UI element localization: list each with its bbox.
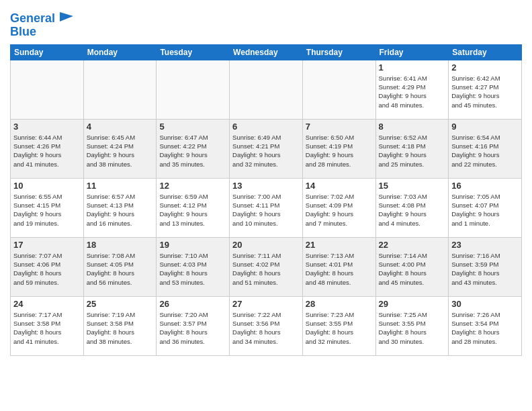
logo-text: General <box>10 12 55 26</box>
day-number: 8 <box>379 122 446 132</box>
day-number: 22 <box>379 240 446 250</box>
calendar-cell: 26Sunrise: 7:20 AM Sunset: 3:57 PM Dayli… <box>157 296 230 355</box>
calendar-cell: 9Sunrise: 6:54 AM Sunset: 4:16 PM Daylig… <box>449 119 522 178</box>
day-number: 20 <box>232 240 300 250</box>
calendar-header-row: SundayMondayTuesdayWednesdayThursdayFrid… <box>11 44 522 60</box>
calendar-cell: 2Sunrise: 6:42 AM Sunset: 4:27 PM Daylig… <box>449 60 522 119</box>
calendar-week-3: 10Sunrise: 6:55 AM Sunset: 4:15 PM Dayli… <box>11 178 522 237</box>
calendar-cell: 21Sunrise: 7:13 AM Sunset: 4:01 PM Dayli… <box>302 237 375 296</box>
day-number: 3 <box>13 122 81 132</box>
weekday-header-thursday: Thursday <box>302 44 375 60</box>
day-number: 24 <box>13 299 81 309</box>
day-info: Sunrise: 6:47 AM Sunset: 4:22 PM Dayligh… <box>159 133 226 169</box>
calendar-cell: 3Sunrise: 6:44 AM Sunset: 4:26 PM Daylig… <box>11 119 84 178</box>
calendar-cell: 14Sunrise: 7:02 AM Sunset: 4:09 PM Dayli… <box>302 178 375 237</box>
day-info: Sunrise: 6:59 AM Sunset: 4:12 PM Dayligh… <box>159 192 226 228</box>
calendar-cell <box>11 60 84 119</box>
calendar-cell: 28Sunrise: 7:23 AM Sunset: 3:55 PM Dayli… <box>302 296 375 355</box>
day-info: Sunrise: 7:07 AM Sunset: 4:06 PM Dayligh… <box>13 251 81 287</box>
svg-marker-0 <box>60 12 73 21</box>
calendar-week-4: 17Sunrise: 7:07 AM Sunset: 4:06 PM Dayli… <box>11 237 522 296</box>
weekday-header-tuesday: Tuesday <box>157 44 230 60</box>
weekday-header-monday: Monday <box>83 44 157 60</box>
day-info: Sunrise: 7:13 AM Sunset: 4:01 PM Dayligh… <box>306 251 373 287</box>
calendar-cell: 29Sunrise: 7:25 AM Sunset: 3:55 PM Dayli… <box>375 296 449 355</box>
day-number: 21 <box>306 240 373 250</box>
day-info: Sunrise: 7:14 AM Sunset: 4:00 PM Dayligh… <box>379 251 446 287</box>
calendar-cell: 1Sunrise: 6:41 AM Sunset: 4:29 PM Daylig… <box>375 60 449 119</box>
day-info: Sunrise: 7:05 AM Sunset: 4:07 PM Dayligh… <box>451 192 519 228</box>
calendar-cell <box>230 60 303 119</box>
calendar-week-2: 3Sunrise: 6:44 AM Sunset: 4:26 PM Daylig… <box>11 119 522 178</box>
weekday-header-wednesday: Wednesday <box>230 44 303 60</box>
day-number: 9 <box>451 122 519 132</box>
weekday-header-sunday: Sunday <box>11 44 84 60</box>
day-number: 16 <box>451 181 519 191</box>
day-number: 5 <box>159 122 226 132</box>
calendar-cell <box>157 60 230 119</box>
day-number: 23 <box>451 240 519 250</box>
day-number: 12 <box>159 181 226 191</box>
day-info: Sunrise: 6:50 AM Sunset: 4:19 PM Dayligh… <box>306 133 373 169</box>
day-number: 17 <box>13 240 81 250</box>
day-info: Sunrise: 6:42 AM Sunset: 4:27 PM Dayligh… <box>451 74 519 109</box>
day-number: 18 <box>87 240 154 250</box>
page: General Blue SundayMondayTuesdayWedn <box>0 0 532 411</box>
calendar-cell: 12Sunrise: 6:59 AM Sunset: 4:12 PM Dayli… <box>157 178 230 237</box>
logo-icon <box>57 9 76 28</box>
day-number: 26 <box>159 299 226 309</box>
calendar-cell <box>83 60 157 119</box>
day-number: 28 <box>306 299 373 309</box>
day-info: Sunrise: 6:52 AM Sunset: 4:18 PM Dayligh… <box>379 133 446 169</box>
day-info: Sunrise: 7:22 AM Sunset: 3:56 PM Dayligh… <box>232 310 300 346</box>
day-info: Sunrise: 6:49 AM Sunset: 4:21 PM Dayligh… <box>232 133 300 169</box>
calendar-cell: 22Sunrise: 7:14 AM Sunset: 4:00 PM Dayli… <box>375 237 449 296</box>
day-info: Sunrise: 6:44 AM Sunset: 4:26 PM Dayligh… <box>13 133 81 169</box>
day-info: Sunrise: 7:10 AM Sunset: 4:03 PM Dayligh… <box>159 251 226 287</box>
header: General Blue <box>10 7 522 39</box>
calendar-cell: 5Sunrise: 6:47 AM Sunset: 4:22 PM Daylig… <box>157 119 230 178</box>
day-number: 30 <box>451 299 519 309</box>
calendar-cell: 17Sunrise: 7:07 AM Sunset: 4:06 PM Dayli… <box>11 237 84 296</box>
calendar-cell: 18Sunrise: 7:08 AM Sunset: 4:05 PM Dayli… <box>83 237 157 296</box>
day-info: Sunrise: 7:16 AM Sunset: 3:59 PM Dayligh… <box>451 251 519 287</box>
calendar-cell: 25Sunrise: 7:19 AM Sunset: 3:58 PM Dayli… <box>83 296 157 355</box>
day-number: 7 <box>306 122 373 132</box>
calendar-cell: 6Sunrise: 6:49 AM Sunset: 4:21 PM Daylig… <box>230 119 303 178</box>
day-info: Sunrise: 6:41 AM Sunset: 4:29 PM Dayligh… <box>379 74 446 109</box>
calendar-cell: 20Sunrise: 7:11 AM Sunset: 4:02 PM Dayli… <box>230 237 303 296</box>
day-number: 15 <box>379 181 446 191</box>
day-number: 13 <box>232 181 300 191</box>
logo: General Blue <box>10 9 76 39</box>
day-info: Sunrise: 7:00 AM Sunset: 4:11 PM Dayligh… <box>232 192 300 228</box>
calendar-cell: 11Sunrise: 6:57 AM Sunset: 4:13 PM Dayli… <box>83 178 157 237</box>
day-info: Sunrise: 7:23 AM Sunset: 3:55 PM Dayligh… <box>306 310 373 346</box>
day-number: 25 <box>87 299 154 309</box>
day-info: Sunrise: 6:57 AM Sunset: 4:13 PM Dayligh… <box>87 192 154 228</box>
day-number: 27 <box>232 299 300 309</box>
day-info: Sunrise: 7:11 AM Sunset: 4:02 PM Dayligh… <box>232 251 300 287</box>
day-number: 29 <box>379 299 446 309</box>
day-number: 4 <box>87 122 154 132</box>
day-number: 19 <box>159 240 226 250</box>
day-info: Sunrise: 7:03 AM Sunset: 4:08 PM Dayligh… <box>379 192 446 228</box>
calendar-table: SundayMondayTuesdayWednesdayThursdayFrid… <box>10 44 522 356</box>
calendar-cell: 23Sunrise: 7:16 AM Sunset: 3:59 PM Dayli… <box>449 237 522 296</box>
day-info: Sunrise: 7:26 AM Sunset: 3:54 PM Dayligh… <box>451 310 519 346</box>
calendar-cell: 19Sunrise: 7:10 AM Sunset: 4:03 PM Dayli… <box>157 237 230 296</box>
day-number: 11 <box>87 181 154 191</box>
day-info: Sunrise: 7:02 AM Sunset: 4:09 PM Dayligh… <box>306 192 373 228</box>
day-info: Sunrise: 7:25 AM Sunset: 3:55 PM Dayligh… <box>379 310 446 346</box>
calendar-cell: 27Sunrise: 7:22 AM Sunset: 3:56 PM Dayli… <box>230 296 303 355</box>
day-info: Sunrise: 6:45 AM Sunset: 4:24 PM Dayligh… <box>87 133 154 169</box>
weekday-header-friday: Friday <box>375 44 449 60</box>
day-number: 6 <box>232 122 300 132</box>
day-info: Sunrise: 7:20 AM Sunset: 3:57 PM Dayligh… <box>159 310 226 346</box>
day-info: Sunrise: 6:55 AM Sunset: 4:15 PM Dayligh… <box>13 192 81 228</box>
calendar-cell: 10Sunrise: 6:55 AM Sunset: 4:15 PM Dayli… <box>11 178 84 237</box>
day-info: Sunrise: 6:54 AM Sunset: 4:16 PM Dayligh… <box>451 133 519 169</box>
day-number: 1 <box>379 62 446 73</box>
calendar-week-5: 24Sunrise: 7:17 AM Sunset: 3:58 PM Dayli… <box>11 296 522 355</box>
day-info: Sunrise: 7:17 AM Sunset: 3:58 PM Dayligh… <box>13 310 81 346</box>
calendar-cell <box>302 60 375 119</box>
